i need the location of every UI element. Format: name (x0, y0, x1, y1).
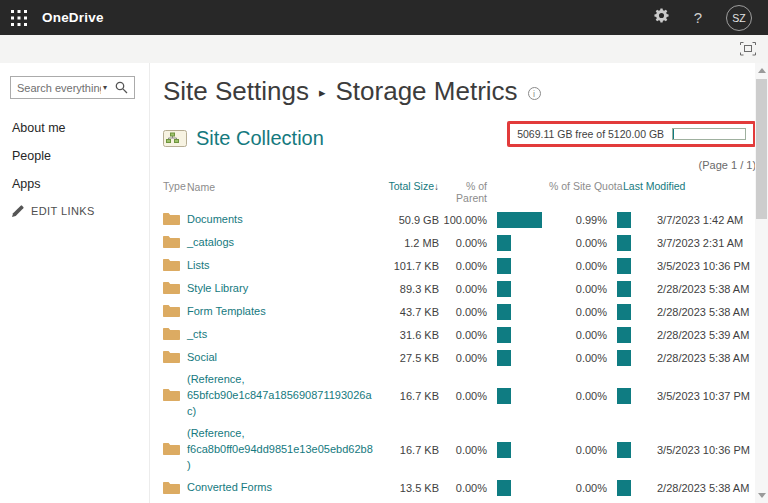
sidebar-item-people[interactable]: People (12, 149, 149, 163)
parent-bar (497, 258, 511, 274)
percent-of-site-quota: 0.00% (549, 329, 607, 341)
parent-bar (497, 480, 511, 496)
total-size: 43.7 KB (383, 306, 439, 318)
storage-quota-highlight: 5069.11 GB free of 5120.00 GB (507, 121, 756, 147)
item-name[interactable]: (Reference, f6ca8b0ff0e94dd9851e13e05ebd… (187, 427, 373, 471)
suite-bar: OneDrive ? SZ (0, 0, 768, 35)
help-icon[interactable]: ? (694, 9, 702, 26)
last-modified: 2/28/2023 5:38 AM (643, 306, 756, 318)
scroll-up-arrow-icon[interactable] (758, 68, 766, 73)
last-modified: 2/28/2023 5:38 AM (643, 482, 756, 494)
vertical-scrollbar[interactable] (755, 63, 768, 503)
header-last-modified[interactable]: Last Modified (623, 180, 685, 192)
last-modified: 2/28/2023 5:39 AM (643, 329, 756, 341)
sidebar-item-apps[interactable]: Apps (12, 177, 149, 191)
quota-progress-fill (673, 129, 674, 139)
total-size: 13.5 KB (383, 482, 439, 494)
folder-icon (163, 350, 180, 363)
percent-of-parent: 0.00% (439, 260, 487, 272)
ribbon-strip (0, 35, 768, 63)
folder-icon (163, 388, 180, 401)
search-input[interactable] (17, 82, 101, 94)
percent-of-parent: 0.00% (439, 444, 487, 456)
table-row: blog.xsl 5.5 KB 0.00% 0.00% 2/25/2023 10… (163, 500, 756, 503)
percent-of-site-quota: 0.00% (549, 482, 607, 494)
item-name[interactable]: Form Templates (187, 305, 266, 317)
total-size: 16.7 KB (383, 390, 439, 402)
site-collection-label: Site Collection (196, 127, 324, 150)
item-name[interactable]: _cts (187, 328, 207, 340)
page-indicator: (Page 1 / 1) (163, 159, 756, 171)
quota-text: 5069.11 GB free of 5120.00 GB (517, 128, 664, 140)
percent-of-parent: 0.00% (439, 482, 487, 494)
quota-bar (617, 350, 631, 366)
percent-of-parent: 0.00% (439, 283, 487, 295)
total-size: 1.2 MB (383, 237, 439, 249)
total-size: 31.6 KB (383, 329, 439, 341)
last-modified: 3/5/2023 10:36 PM (643, 444, 756, 456)
site-collection-icon (163, 129, 188, 149)
parent-bar (497, 442, 511, 458)
item-name[interactable]: Social (187, 351, 217, 363)
focus-on-content-icon[interactable] (740, 42, 756, 60)
edit-links-button[interactable]: EDIT LINKS (12, 205, 149, 217)
parent-bar (497, 327, 511, 343)
quota-bar (617, 480, 631, 496)
total-size: 50.9 GB (383, 214, 439, 226)
scrollbar-thumb[interactable] (756, 79, 767, 219)
search-scope-dropdown-icon[interactable]: ▾ (103, 83, 107, 92)
edit-links-label: EDIT LINKS (31, 205, 95, 217)
item-name[interactable]: Style Library (187, 282, 248, 294)
table-row: Documents 50.9 GB 100.00% 0.99% 3/7/2023… (163, 208, 756, 231)
percent-of-parent: 0.00% (439, 329, 487, 341)
quota-bar (617, 327, 631, 343)
percent-of-site-quota: 0.00% (549, 260, 607, 272)
scroll-down-arrow-icon[interactable] (758, 493, 766, 498)
app-name: OneDrive (42, 10, 104, 25)
search-icon[interactable] (115, 81, 128, 94)
quota-bar (617, 388, 631, 404)
folder-icon (163, 258, 180, 271)
table-row: Converted Forms 13.5 KB 0.00% 0.00% 2/28… (163, 477, 756, 500)
quota-bar (617, 281, 631, 297)
item-name[interactable]: _catalogs (187, 236, 234, 248)
last-modified: 3/7/2023 1:42 AM (643, 214, 756, 226)
quota-progress-bar (672, 128, 746, 140)
table-row: _cts 31.6 KB 0.00% 0.00% 2/28/2023 5:39 … (163, 323, 756, 346)
percent-of-site-quota: 0.00% (549, 444, 607, 456)
info-icon[interactable]: i (528, 87, 541, 100)
quota-bar (617, 212, 631, 228)
last-modified: 3/5/2023 10:36 PM (643, 260, 756, 272)
header-total-size[interactable]: Total Size↓ (383, 180, 439, 192)
site-collection-link[interactable]: Site Collection (163, 127, 324, 150)
folder-icon (163, 327, 180, 340)
percent-of-parent: 0.00% (439, 352, 487, 364)
header-percent-of-site-quota: % of Site Quota (549, 180, 607, 192)
header-total-size-link[interactable]: Total Size (388, 180, 434, 192)
parent-bar (497, 388, 511, 404)
item-name[interactable]: Lists (187, 259, 210, 271)
sidebar-item-about-me[interactable]: About me (12, 121, 149, 135)
quota-bar (617, 258, 631, 274)
avatar[interactable]: SZ (726, 5, 752, 31)
quota-bar (617, 442, 631, 458)
item-name[interactable]: (Reference, 65bfcb90e1c847a1856908711930… (187, 373, 372, 417)
breadcrumb-separator-icon: ▸ (319, 85, 326, 100)
item-name[interactable]: Documents (187, 213, 243, 225)
metrics-table-body: Documents 50.9 GB 100.00% 0.99% 3/7/2023… (163, 208, 756, 503)
parent-bar (497, 281, 511, 297)
percent-of-parent: 100.00% (439, 214, 487, 226)
page-title: Site Settings ▸ Storage Metrics i (163, 76, 756, 107)
parent-bar (497, 304, 511, 320)
sidebar: ▾ About me People Apps EDIT LINKS (0, 63, 150, 503)
quota-bar (617, 235, 631, 251)
last-modified: 3/7/2023 2:31 AM (643, 237, 756, 249)
item-name[interactable]: Converted Forms (187, 481, 272, 493)
table-header-row: Type Name Total Size↓ % of Parent % of S… (163, 178, 756, 208)
app-launcher-icon[interactable] (11, 10, 27, 26)
header-name: Name (187, 180, 383, 195)
folder-icon (163, 481, 180, 494)
parent-bar (497, 350, 511, 366)
pencil-icon (12, 205, 24, 217)
settings-gear-icon[interactable] (653, 7, 670, 28)
